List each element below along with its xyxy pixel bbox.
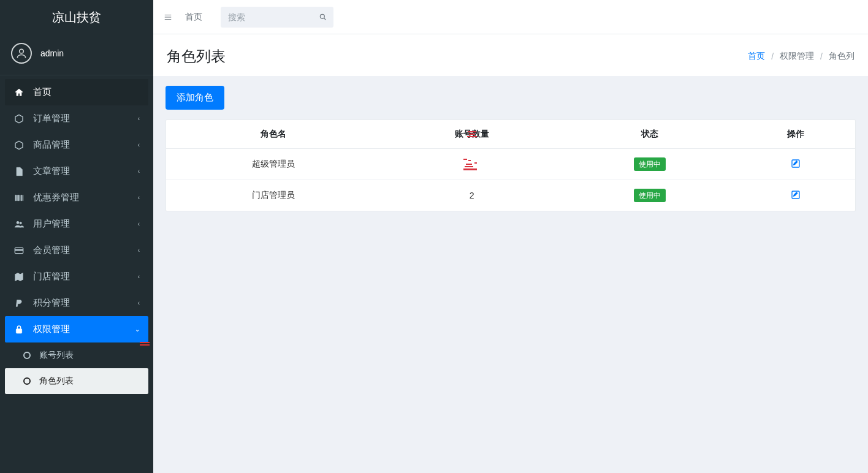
red-artifact-icon bbox=[460, 157, 484, 171]
barcode-icon bbox=[13, 193, 25, 203]
svg-rect-4 bbox=[15, 249, 23, 251]
cell-status: 使用中 bbox=[563, 149, 737, 180]
cell-role-name: 门店管理员 bbox=[166, 180, 381, 211]
sidebar-link-permissions[interactable]: 权限管理 ⌄ bbox=[5, 316, 148, 342]
circle-icon bbox=[23, 352, 31, 359]
sidebar-link-stores[interactable]: 门店管理 ‹ bbox=[5, 263, 148, 290]
sidebar-item-home: 首页 bbox=[5, 79, 148, 105]
breadcrumb: 首页 / 权限管理 / 角色列 bbox=[748, 51, 855, 62]
sidebar-subitem-roles: 角色列表 bbox=[5, 368, 148, 394]
breadcrumb-home[interactable]: 首页 bbox=[748, 51, 765, 62]
sidebar-nav: 首页 订单管理 ‹ 商品管理 ‹ bbox=[0, 75, 153, 473]
chevron-left-icon: ‹ bbox=[138, 142, 140, 148]
cube-icon bbox=[13, 114, 25, 124]
chevron-left-icon: ‹ bbox=[138, 273, 140, 280]
chevron-left-icon: ‹ bbox=[138, 194, 140, 201]
breadcrumb-parent: 权限管理 bbox=[780, 51, 814, 62]
sidebar-item-label: 订单管理 bbox=[33, 113, 70, 124]
status-badge: 使用中 bbox=[634, 189, 666, 202]
topbar: 首页 bbox=[153, 0, 868, 34]
sidebar-link-products[interactable]: 商品管理 ‹ bbox=[5, 132, 148, 158]
sidebar-item-coupons: 优惠券管理 ‹ bbox=[5, 184, 148, 211]
content-header: 角色列表 首页 / 权限管理 / 角色列 bbox=[153, 34, 868, 76]
sidebar-link-users[interactable]: 用户管理 ‹ bbox=[5, 211, 148, 237]
avatar-icon bbox=[11, 43, 32, 64]
edit-icon[interactable] bbox=[791, 190, 801, 200]
cell-role-name: 超级管理员 bbox=[166, 149, 381, 180]
sidebar-item-points: 积分管理 ‹ bbox=[5, 290, 148, 316]
cell-actions bbox=[736, 149, 855, 180]
menu-toggle-icon[interactable] bbox=[163, 13, 173, 21]
main: 首页 角色列表 首页 / 权限管理 / 角色列 添加角色 角色名 bbox=[153, 0, 868, 473]
svg-point-2 bbox=[20, 222, 21, 224]
table-row: 超级管理员 使用中 bbox=[166, 149, 855, 180]
col-status: 状态 bbox=[563, 120, 737, 149]
search-icon[interactable] bbox=[313, 7, 333, 28]
brand-title: 凉山扶贫 bbox=[0, 0, 153, 34]
edit-icon[interactable] bbox=[791, 159, 801, 168]
sidebar-link-members[interactable]: 会员管理 ‹ bbox=[5, 237, 148, 263]
circle-icon bbox=[23, 377, 31, 385]
sidebar-link-points[interactable]: 积分管理 ‹ bbox=[5, 290, 148, 316]
page-title: 角色列表 bbox=[167, 47, 226, 66]
chevron-left-icon: ‹ bbox=[138, 115, 140, 122]
sidebar-subitem-label: 账号列表 bbox=[39, 350, 74, 361]
topbar-home-link[interactable]: 首页 bbox=[185, 12, 202, 23]
cell-status: 使用中 bbox=[563, 180, 737, 211]
add-role-button[interactable]: 添加角色 bbox=[166, 86, 224, 110]
col-role-name: 角色名 bbox=[166, 120, 381, 149]
user-panel: admin bbox=[0, 34, 153, 75]
sidebar-link-home[interactable]: 首页 bbox=[5, 79, 148, 105]
sidebar-item-users: 用户管理 ‹ bbox=[5, 211, 148, 237]
cell-account-count bbox=[381, 149, 563, 180]
svg-point-6 bbox=[320, 14, 324, 18]
sidebar-item-label: 会员管理 bbox=[33, 244, 70, 256]
sidebar-item-label: 权限管理 bbox=[33, 324, 70, 335]
sidebar-item-products: 商品管理 ‹ bbox=[5, 132, 148, 158]
breadcrumb-separator: / bbox=[820, 51, 823, 61]
sidebar-item-label: 商品管理 bbox=[33, 139, 70, 151]
cell-actions bbox=[736, 180, 855, 211]
table-row: 门店管理员 2 使用中 bbox=[166, 180, 855, 211]
cube-icon bbox=[13, 140, 25, 150]
search-input[interactable] bbox=[221, 12, 313, 22]
breadcrumb-separator: / bbox=[771, 51, 774, 61]
sidebar-item-members: 会员管理 ‹ bbox=[5, 237, 148, 263]
breadcrumb-current: 角色列 bbox=[829, 51, 855, 62]
sidebar-submenu-permissions: 账号列表 角色列表 bbox=[5, 342, 148, 394]
users-icon bbox=[13, 219, 25, 229]
sidebar-item-label: 用户管理 bbox=[33, 218, 70, 230]
sidebar-link-orders[interactable]: 订单管理 ‹ bbox=[5, 105, 148, 132]
card-icon bbox=[13, 246, 25, 255]
col-account-count-label: 账号数量 bbox=[455, 129, 489, 138]
content-body: 添加角色 角色名 账号数量 状态 操作 bbox=[153, 76, 868, 473]
sidebar-item-label: 文章管理 bbox=[33, 165, 70, 177]
cell-account-count: 2 bbox=[381, 180, 563, 211]
svg-point-1 bbox=[17, 221, 19, 224]
sidebar-item-stores: 门店管理 ‹ bbox=[5, 263, 148, 290]
chevron-left-icon: ‹ bbox=[138, 221, 140, 227]
user-name: admin bbox=[40, 48, 64, 58]
sidebar-item-orders: 订单管理 ‹ bbox=[5, 105, 148, 132]
search-box bbox=[221, 7, 333, 28]
roles-table-wrap: 角色名 账号数量 状态 操作 超级管理员 bbox=[166, 119, 856, 211]
chevron-left-icon: ‹ bbox=[138, 247, 140, 254]
sidebar-link-articles[interactable]: 文章管理 ‹ bbox=[5, 158, 148, 184]
red-artifact-icon bbox=[140, 342, 150, 347]
sidebar: 凉山扶贫 admin 首页 订单管理 ‹ bbox=[0, 0, 153, 473]
sidebar-item-label: 积分管理 bbox=[33, 297, 70, 309]
sidebar-item-label: 首页 bbox=[33, 86, 51, 98]
status-badge: 使用中 bbox=[634, 157, 666, 171]
sidebar-sublink-accounts[interactable]: 账号列表 bbox=[5, 342, 148, 368]
sidebar-sublink-roles[interactable]: 角色列表 bbox=[5, 368, 148, 394]
sidebar-item-articles: 文章管理 ‹ bbox=[5, 158, 148, 184]
lock-icon bbox=[13, 325, 25, 335]
sidebar-subitem-accounts: 账号列表 bbox=[5, 342, 148, 368]
sidebar-item-label: 门店管理 bbox=[33, 271, 70, 282]
roles-table: 角色名 账号数量 状态 操作 超级管理员 bbox=[166, 120, 855, 211]
file-icon bbox=[13, 167, 25, 176]
chevron-down-icon: ⌄ bbox=[135, 326, 140, 333]
map-icon bbox=[13, 272, 25, 282]
sidebar-link-coupons[interactable]: 优惠券管理 ‹ bbox=[5, 184, 148, 211]
paypal-icon bbox=[13, 298, 25, 308]
